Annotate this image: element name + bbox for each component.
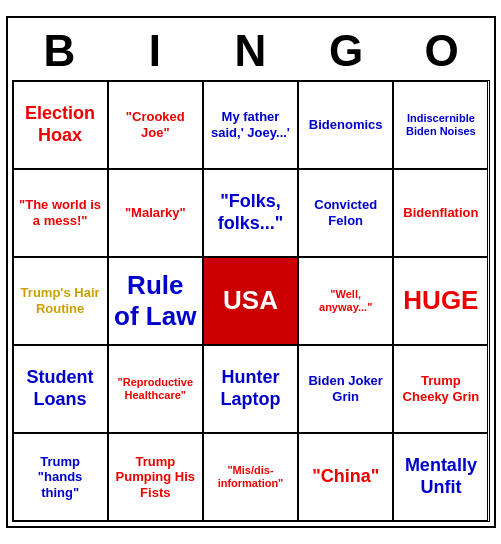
cell-text-6: "Malarky" [125, 205, 186, 221]
bingo-cell-2: My father said,' Joey...' [203, 81, 298, 169]
bingo-cell-23: "China" [298, 433, 393, 521]
bingo-letter-B: B [12, 22, 108, 80]
cell-text-7: "Folks, folks..." [208, 191, 293, 234]
cell-text-12: USA [223, 285, 278, 316]
bingo-cell-7: "Folks, folks..." [203, 169, 298, 257]
bingo-cell-9: Bidenflation [393, 169, 488, 257]
cell-text-19: Trump Cheeky Grin [398, 373, 483, 404]
bingo-cell-5: "The world is a mess!" [13, 169, 108, 257]
cell-text-1: "Crooked Joe" [113, 109, 198, 140]
bingo-cell-4: Indiscernible Biden Noises [393, 81, 488, 169]
bingo-letter-G: G [298, 22, 394, 80]
bingo-cell-17: Hunter Laptop [203, 345, 298, 433]
cell-text-4: Indiscernible Biden Noises [398, 112, 483, 138]
bingo-cell-22: "Mis/dis-information" [203, 433, 298, 521]
bingo-cell-0: Election Hoax [13, 81, 108, 169]
bingo-cell-21: Trump Pumping His Fists [108, 433, 203, 521]
bingo-cell-10: Trump's Hair Routine [13, 257, 108, 345]
bingo-grid: Election Hoax"Crooked Joe"My father said… [12, 80, 490, 522]
bingo-cell-19: Trump Cheeky Grin [393, 345, 488, 433]
cell-text-8: Convicted Felon [303, 197, 388, 228]
bingo-cell-11: Rule of Law [108, 257, 203, 345]
cell-text-18: Biden Joker Grin [303, 373, 388, 404]
bingo-cell-18: Biden Joker Grin [298, 345, 393, 433]
cell-text-21: Trump Pumping His Fists [113, 454, 198, 501]
cell-text-9: Bidenflation [403, 205, 478, 221]
bingo-cell-16: "Reproductive Healthcare" [108, 345, 203, 433]
cell-text-0: Election Hoax [18, 103, 103, 146]
bingo-cell-3: Bidenomics [298, 81, 393, 169]
cell-text-20: Trump "hands thing" [18, 454, 103, 501]
bingo-letter-I: I [107, 22, 203, 80]
bingo-cell-8: Convicted Felon [298, 169, 393, 257]
cell-text-22: "Mis/dis-information" [208, 464, 293, 490]
cell-text-11: Rule of Law [113, 270, 198, 332]
cell-text-5: "The world is a mess!" [18, 197, 103, 228]
bingo-header: BINGO [12, 22, 490, 80]
cell-text-16: "Reproductive Healthcare" [113, 376, 198, 402]
cell-text-24: Mentally Unfit [398, 455, 483, 498]
cell-text-2: My father said,' Joey...' [208, 109, 293, 140]
cell-text-10: Trump's Hair Routine [18, 285, 103, 316]
cell-text-3: Bidenomics [309, 117, 383, 133]
bingo-cell-24: Mentally Unfit [393, 433, 488, 521]
bingo-letter-O: O [394, 22, 490, 80]
cell-text-23: "China" [312, 466, 379, 488]
bingo-cell-14: HUGE [393, 257, 488, 345]
cell-text-17: Hunter Laptop [208, 367, 293, 410]
bingo-cell-12: USA [203, 257, 298, 345]
cell-text-14: HUGE [403, 285, 478, 316]
bingo-cell-13: "Well, anyway..." [298, 257, 393, 345]
bingo-cell-6: "Malarky" [108, 169, 203, 257]
bingo-letter-N: N [203, 22, 299, 80]
cell-text-13: "Well, anyway..." [303, 288, 388, 314]
cell-text-15: Student Loans [18, 367, 103, 410]
bingo-cell-15: Student Loans [13, 345, 108, 433]
bingo-card: BINGO Election Hoax"Crooked Joe"My fathe… [6, 16, 496, 528]
bingo-cell-20: Trump "hands thing" [13, 433, 108, 521]
bingo-cell-1: "Crooked Joe" [108, 81, 203, 169]
